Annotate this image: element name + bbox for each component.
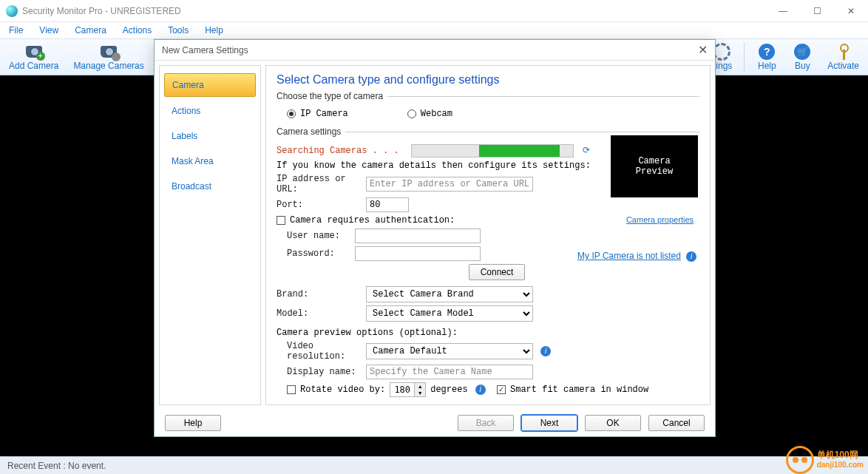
- radio-ip-camera[interactable]: IP Camera: [287, 109, 348, 119]
- camera-not-listed: My IP Camera is not listed i: [577, 251, 696, 262]
- camera-icon: [101, 46, 117, 58]
- watermark-logo-icon: [786, 446, 814, 474]
- video-resolution-select[interactable]: Camera Default: [366, 343, 533, 359]
- sidebar-item-actions[interactable]: Actions: [164, 100, 256, 122]
- next-button[interactable]: Next: [521, 415, 577, 431]
- menu-actions[interactable]: Actions: [123, 25, 152, 35]
- username-input[interactable]: [355, 228, 481, 243]
- menu-camera[interactable]: Camera: [75, 25, 106, 35]
- help-button[interactable]: Help: [165, 415, 221, 431]
- info-icon[interactable]: i: [540, 346, 551, 356]
- radio-icon: [287, 109, 296, 118]
- dialog-main: Select Camera type and configure setting…: [265, 65, 711, 405]
- smartfit-checkbox[interactable]: [497, 385, 506, 394]
- new-camera-dialog: New Camera Settings ✕ Camera Actions Lab…: [154, 39, 716, 437]
- buy-button[interactable]: 🛒 Buy: [787, 41, 817, 72]
- add-camera-button[interactable]: + Add Camera: [4, 41, 63, 72]
- toolbar-divider: [744, 42, 745, 72]
- dialog-titlebar: New Camera Settings ✕: [155, 40, 715, 61]
- minimize-button[interactable]: —: [766, 0, 800, 22]
- ok-button[interactable]: OK: [585, 415, 641, 431]
- titlebar: Security Monitor Pro - UNREGISTERED — ☐ …: [0, 0, 868, 22]
- close-button[interactable]: ✕: [834, 0, 868, 22]
- search-progress: [411, 144, 574, 158]
- display-name-input[interactable]: [366, 365, 533, 379]
- camera-icon: +: [26, 46, 42, 58]
- search-status: Searching Cameras . . .: [277, 146, 399, 156]
- preview-options-label: Camera preview options (optional):: [277, 328, 699, 338]
- password-input[interactable]: [355, 246, 481, 261]
- connect-button[interactable]: Connect: [469, 264, 525, 280]
- menu-file[interactable]: File: [9, 25, 23, 35]
- radio-icon: [407, 109, 416, 118]
- ip-address-input[interactable]: [366, 177, 533, 192]
- activate-button[interactable]: Activate: [823, 41, 864, 72]
- menu-view[interactable]: View: [39, 25, 58, 35]
- keys-icon: [835, 44, 852, 60]
- menubar: File View Camera Actions Tools Help: [0, 22, 868, 38]
- port-input[interactable]: [366, 197, 409, 212]
- dialog-title: New Camera Settings: [162, 45, 248, 55]
- camera-properties-link[interactable]: Camera properties: [626, 215, 694, 224]
- camera-preview: Camera Preview: [611, 135, 698, 197]
- cancel-button[interactable]: Cancel: [648, 415, 705, 431]
- menu-tools[interactable]: Tools: [168, 25, 189, 35]
- recent-event: Recent Event : No event.: [7, 461, 106, 471]
- maximize-button[interactable]: ☐: [800, 0, 834, 22]
- rotate-degrees-input[interactable]: ▲▼: [390, 382, 426, 397]
- app-icon: [6, 5, 18, 17]
- sidebar-item-camera[interactable]: Camera: [164, 73, 256, 97]
- cart-icon: 🛒: [794, 44, 810, 60]
- not-listed-link[interactable]: My IP Camera is not listed: [577, 251, 681, 261]
- brand-select[interactable]: Select Camera Brand: [366, 286, 533, 302]
- dialog-close-button[interactable]: ✕: [698, 43, 708, 57]
- watermark: 单机100网 danji100.com: [786, 446, 864, 474]
- info-icon[interactable]: i: [475, 385, 486, 395]
- refresh-button[interactable]: ⟳: [583, 145, 594, 157]
- dialog-footer: Help Back Next OK Cancel: [155, 410, 715, 436]
- sidebar-item-mask-area[interactable]: Mask Area: [164, 150, 256, 172]
- sidebar-item-labels[interactable]: Labels: [164, 125, 256, 147]
- radio-webcam[interactable]: Webcam: [407, 109, 452, 119]
- info-icon[interactable]: i: [686, 251, 696, 262]
- dialog-sidebar: Camera Actions Labels Mask Area Broadcas…: [159, 65, 261, 405]
- sidebar-item-broadcast[interactable]: Broadcast: [164, 175, 256, 197]
- model-select[interactable]: Select Camera Model: [366, 305, 533, 322]
- back-button: Back: [458, 415, 514, 431]
- auth-checkbox[interactable]: [277, 216, 285, 225]
- rotate-checkbox[interactable]: [287, 385, 296, 394]
- status-bar: Recent Event : No event.: [0, 456, 868, 474]
- camera-type-group: Choose the type of camera IP Camera Webc…: [277, 91, 699, 122]
- help-button[interactable]: ? Help: [752, 41, 781, 72]
- manage-cameras-button[interactable]: Manage Cameras: [69, 41, 148, 72]
- window-title: Security Monitor Pro - UNREGISTERED: [22, 6, 181, 16]
- menu-help[interactable]: Help: [205, 25, 223, 35]
- dialog-heading: Select Camera type and configure setting…: [277, 73, 699, 87]
- help-icon: ?: [759, 44, 775, 60]
